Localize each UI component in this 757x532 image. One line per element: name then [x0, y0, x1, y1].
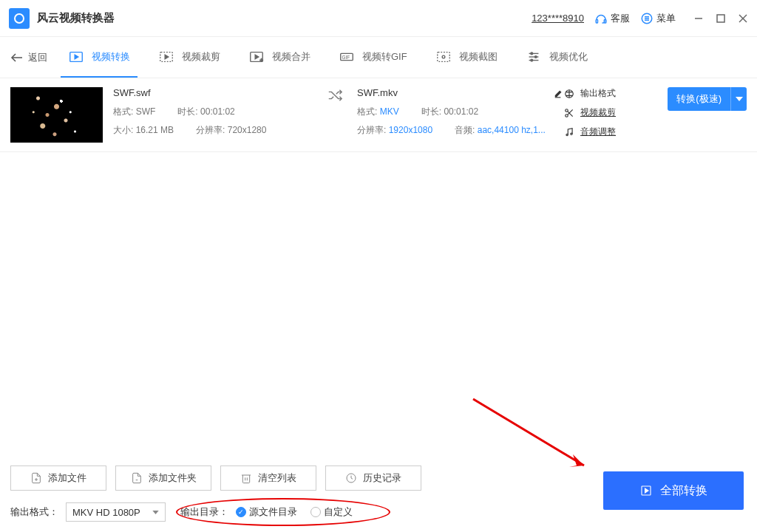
play-icon	[639, 484, 653, 497]
svg-point-27	[531, 59, 533, 61]
svg-rect-1	[605, 19, 606, 23]
svg-marker-16	[255, 55, 259, 59]
radio-custom-dir[interactable]: 自定义	[310, 505, 353, 519]
source-info: SWF.swf 格式: SWF 时长: 00:01:02 大小: 16.21 M…	[113, 87, 313, 143]
app-logo	[9, 8, 30, 29]
tab-video-screenshot[interactable]: 视频截图	[428, 37, 505, 78]
minimize-button[interactable]	[693, 13, 704, 24]
user-id[interactable]: 123****8910	[532, 13, 584, 24]
svg-point-26	[534, 55, 537, 58]
source-filename: SWF.swf	[113, 87, 313, 98]
music-note-icon	[564, 127, 574, 137]
clock-icon	[345, 471, 357, 485]
svg-marker-12	[75, 55, 78, 59]
output-format-select[interactable]: MKV HD 1080P	[66, 502, 166, 522]
tabs: 返回 视频转换 视频裁剪 + 视频合并 GIF 视频转GIF 视频截图 视频优化	[0, 37, 757, 78]
menu-icon	[640, 12, 654, 25]
svg-point-25	[531, 52, 533, 55]
menu-button[interactable]: 菜单	[640, 12, 676, 25]
svg-point-35	[566, 134, 568, 135]
svg-marker-37	[736, 97, 743, 101]
tab-video-convert[interactable]: 视频转换	[61, 37, 138, 78]
file-row: SWF.swf 格式: SWF 时长: 00:01:02 大小: 16.21 M…	[0, 78, 757, 152]
dest-filename: SWF.mkv	[357, 87, 398, 98]
svg-marker-14	[165, 55, 169, 59]
tab-video-optimize[interactable]: 视频优化	[518, 37, 595, 78]
svg-point-36	[571, 133, 572, 134]
folder-plus-icon	[131, 471, 143, 485]
history-button[interactable]: 历史记录	[325, 466, 421, 491]
edit-icon[interactable]	[554, 88, 564, 98]
trash-icon	[240, 471, 252, 485]
crop-icon	[158, 49, 174, 65]
convert-all-button[interactable]: 全部转换	[603, 471, 744, 510]
app-title: 风云视频转换器	[37, 11, 115, 25]
support-button[interactable]: 客服	[594, 12, 630, 25]
add-folder-button[interactable]: 添加文件夹	[115, 466, 211, 491]
gif-icon: GIF	[339, 49, 355, 65]
svg-rect-7	[717, 15, 724, 22]
output-format-label: 输出格式：	[10, 505, 58, 519]
scissors-icon	[564, 108, 574, 118]
tab-video-crop[interactable]: 视频裁剪	[151, 37, 228, 78]
maximize-button[interactable]	[716, 13, 726, 24]
convert-button[interactable]: 转换(极速)	[668, 87, 747, 111]
optimize-icon	[526, 49, 542, 65]
dest-info: SWF.mkv 格式: MKV 时长: 00:01:02 分辨率: 1920x1…	[357, 87, 564, 143]
row-actions: 输出格式 视频裁剪 音频调整	[564, 87, 668, 138]
chevron-down-icon	[736, 97, 743, 101]
support-label: 客服	[611, 12, 630, 25]
file-list: SWF.swf 格式: SWF 时长: 00:01:02 大小: 16.21 M…	[0, 78, 757, 152]
output-dir-label: 输出目录：	[180, 505, 228, 519]
chevron-down-icon	[152, 511, 159, 514]
merge-icon: +	[248, 49, 265, 65]
radio-source-dir[interactable]: 源文件目录	[236, 505, 297, 519]
titlebar: 风云视频转换器 123****8910 客服 菜单	[0, 0, 757, 37]
convert-dropdown-arrow[interactable]	[730, 87, 747, 111]
close-button[interactable]	[738, 13, 748, 24]
add-file-button[interactable]: 添加文件	[10, 466, 106, 491]
screenshot-icon	[435, 49, 452, 65]
svg-marker-46	[645, 488, 649, 493]
clear-list-button[interactable]: 清空列表	[220, 466, 316, 491]
arrow-left-icon	[10, 52, 24, 63]
tab-video-merge[interactable]: + 视频合并	[241, 37, 318, 78]
svg-text:GIF: GIF	[342, 54, 350, 59]
bottom-bar: 添加文件 添加文件夹 清空列表 历史记录 输出格式： MKV HD 1080P …	[0, 455, 757, 532]
svg-point-21	[442, 55, 445, 58]
svg-point-32	[566, 114, 568, 117]
crop-action[interactable]: 视频裁剪	[564, 106, 668, 119]
back-button[interactable]: 返回	[10, 51, 47, 64]
output-format-action[interactable]: 输出格式	[564, 87, 668, 100]
audio-adjust-action[interactable]: 音频调整	[564, 126, 668, 138]
swap-icon[interactable]	[313, 87, 357, 103]
output-format-icon	[564, 89, 574, 99]
tab-video-gif[interactable]: GIF 视频转GIF	[331, 37, 415, 78]
svg-marker-44	[152, 511, 158, 514]
svg-rect-20	[437, 52, 449, 61]
headset-icon	[594, 12, 608, 25]
convert-icon	[68, 49, 84, 65]
thumbnail[interactable]	[10, 87, 103, 143]
menu-label: 菜单	[656, 12, 676, 25]
svg-rect-0	[596, 19, 597, 23]
file-plus-icon	[30, 471, 42, 485]
svg-text:+: +	[260, 57, 263, 64]
svg-point-31	[566, 109, 568, 112]
